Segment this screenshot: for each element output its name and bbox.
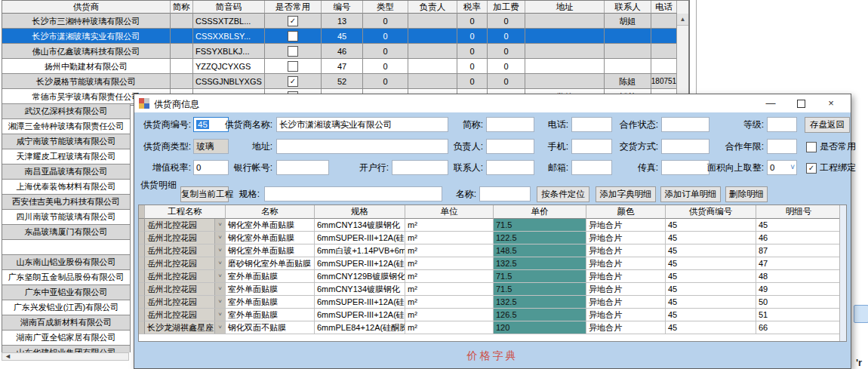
cell-project[interactable]: 岳州北控花园˅ [145, 296, 226, 309]
table-row[interactable]: 长沙市三湘特种玻璃有限公司CSSSXTZBL...✓13000胡姐 [2, 14, 688, 29]
detail-row[interactable]: 岳州北控花园˅室外单面贴膜6mmSUPER-III+12A(硅...m²126.… [139, 309, 846, 321]
column-header[interactable]: 颜色 [586, 205, 666, 219]
detail-row[interactable]: 岳州北控花园˅钢化室外单面贴膜6mmSUPER-III+12A(硅...m²12… [139, 232, 846, 244]
column-header[interactable]: 类型 [363, 1, 408, 14]
column-header[interactable]: 税率 [457, 1, 488, 14]
detail-row[interactable]: 岳州北控花园˅室外单面贴膜6mmCNY129B镀膜钢化m²71.5异地合片454… [139, 270, 846, 283]
list-item[interactable]: 山东南山铝业股份有限公司 [2, 255, 130, 270]
list-item[interactable]: 四川南玻节能玻璃有限公司 [2, 210, 130, 225]
checkbox-icon[interactable] [288, 61, 298, 72]
list-item[interactable]: 咸宁南玻节能玻璃有限公司 [2, 134, 130, 149]
column-header[interactable]: 工程名称 [145, 205, 226, 219]
detail-row[interactable]: 岳州北控花园˅钢化室外单面贴膜6mm白玻+1.14PVB+6mm...m²148… [139, 244, 846, 257]
column-header[interactable]: 地址 [525, 1, 605, 14]
coop-years-input[interactable] [767, 139, 797, 154]
column-header[interactable]: 单位 [405, 205, 494, 219]
supplier-table-vscrollbar[interactable]: ▲ [676, 14, 688, 105]
close-button[interactable]: × [817, 94, 845, 112]
column-header[interactable]: 简称 [171, 1, 193, 14]
checkbox-icon[interactable] [288, 31, 298, 42]
phone-input[interactable] [571, 117, 612, 132]
chevron-down-icon[interactable]: ˅ [214, 219, 225, 231]
row-header[interactable] [139, 219, 145, 232]
row-header[interactable] [139, 244, 145, 257]
locate-by-condition-button[interactable]: 按条件定位 [537, 186, 589, 202]
cell-project[interactable]: 岳州北控花园˅ [145, 232, 226, 244]
detail-row[interactable]: 岳州北控花园˅室外单面贴膜6mmCNY134镀膜钢化m²71.5异地合片4549 [139, 283, 846, 296]
column-header[interactable]: 明细号 [756, 205, 842, 219]
mobile-input[interactable] [571, 139, 612, 154]
add-dict-detail-button[interactable]: 添加字典明细 [596, 186, 656, 202]
contact-input[interactable] [486, 160, 534, 175]
list-item[interactable]: 天津耀皮工程玻璃有限公司 [2, 149, 130, 165]
column-header[interactable]: 单价 [494, 205, 586, 219]
dialog-titlebar[interactable]: 供货商信息 — × [134, 94, 851, 113]
column-header[interactable]: 供货商 [2, 1, 171, 14]
checkbox-icon[interactable]: ✓ [288, 16, 298, 26]
cell-project[interactable]: 岳州北控花园˅ [145, 219, 226, 232]
area-round-up-combobox[interactable]: 0˅ [767, 160, 797, 175]
cell-project[interactable]: 岳州北控花园˅ [145, 283, 226, 296]
row-header[interactable] [139, 321, 145, 334]
list-item[interactable]: 东晶玻璃厦门有限公司 [2, 225, 130, 240]
list-item[interactable]: 上海优泰装饰材料有限公司 [2, 180, 130, 195]
cell-project[interactable]: 岳州北控花园˅ [145, 257, 226, 270]
chevron-down-icon[interactable]: ˅ [214, 232, 225, 244]
chevron-down-icon[interactable]: ˅ [214, 257, 225, 269]
list-item[interactable]: 湖南百成新材料有限公司 [2, 315, 130, 331]
row-header[interactable] [139, 257, 145, 270]
chevron-down-icon[interactable]: ˅ [790, 161, 795, 174]
add-order-detail-button[interactable]: 添加订单明细 [660, 186, 721, 202]
list-item[interactable]: 广东兴发铝业(江西)有限公司 [2, 300, 130, 315]
row-header[interactable] [139, 283, 145, 296]
grade-input[interactable] [767, 117, 797, 132]
save-return-button[interactable]: 存盘返回 [805, 117, 850, 133]
right-scrollbar-thumb[interactable] [854, 305, 868, 323]
row-header[interactable] [139, 296, 145, 309]
cell-project[interactable]: 岳州北控花园˅ [145, 244, 226, 257]
bank-account-input[interactable] [276, 160, 329, 175]
maximize-button[interactable] [787, 94, 814, 112]
minimize-button[interactable]: — [757, 94, 784, 112]
list-item[interactable] [2, 240, 130, 255]
supplier-name-input[interactable]: 长沙市潇湘玻璃实业有限公司 [276, 117, 448, 132]
delivery-mode-input[interactable] [661, 139, 709, 154]
column-header[interactable]: 电话 [651, 1, 677, 14]
chevron-down-icon[interactable]: ˅ [214, 309, 225, 321]
table-row[interactable]: 长沙晟格节能玻璃有限公司CSSGJNBLYXGS✓52000陈姐180751 [2, 74, 688, 89]
column-header[interactable]: 简音码 [193, 1, 265, 14]
name-filter-input[interactable] [479, 186, 531, 201]
column-header[interactable]: 是否常用 [265, 1, 322, 14]
coop-status-input[interactable] [661, 117, 709, 132]
column-header[interactable]: 负责人 [408, 1, 457, 14]
chevron-down-icon[interactable]: ˅ [214, 270, 225, 282]
list-item[interactable]: 湖南广亚全铝家居有限公司 [2, 331, 130, 346]
detail-row[interactable]: 长沙龙湖祺鑫星座˅钢化双面不贴膜6mmPLE84+12A(硅酮胶...m²120… [139, 321, 846, 334]
address-input[interactable] [276, 139, 448, 154]
is-common-checkbox[interactable]: 是否常用 [806, 141, 856, 152]
copy-current-project-button[interactable]: 复制当前工程 [180, 186, 229, 202]
column-header[interactable]: 规格 [315, 205, 405, 219]
list-item[interactable]: 湘潭三金特种玻璃有限责任公司 [2, 119, 130, 134]
list-item[interactable]: 广东坚朗五金制品股份有限公司 [2, 270, 130, 285]
delete-detail-button[interactable]: 删除明细 [725, 186, 768, 202]
table-row[interactable]: 扬州中勤建材有限公司YZZQJCYXGS47000 [2, 59, 688, 74]
spec-filter-input[interactable] [264, 186, 442, 201]
scroll-left-icon[interactable]: ◄ [2, 353, 11, 360]
resp-person-input[interactable] [486, 139, 534, 154]
chevron-down-icon[interactable]: ˅ [214, 283, 225, 295]
list-item[interactable]: 西安佳吉美电力科技有限公司 [2, 195, 130, 210]
table-row[interactable]: 佛山市亿鑫玻璃科技有限公司FSSYXBLKJ...46000 [2, 44, 688, 59]
column-header[interactable]: 名称 [226, 205, 315, 219]
chevron-down-icon[interactable]: ˅ [214, 244, 225, 257]
short-name-input[interactable] [486, 117, 534, 132]
list-item[interactable]: 南昌亚晶玻璃有限公司 [2, 165, 130, 180]
email-input[interactable] [571, 160, 612, 175]
checkbox-icon[interactable] [288, 46, 298, 57]
cell-project[interactable]: 长沙龙湖祺鑫星座˅ [145, 321, 226, 334]
detail-row[interactable]: 岳州北控花园˅室外单面贴膜6mmSUPER-III+12A(硅...m²132.… [139, 296, 846, 309]
chevron-down-icon[interactable]: ˅ [214, 296, 225, 308]
project-bind-checkbox[interactable]: ✓工程绑定 [806, 162, 856, 174]
list-item[interactable]: 武汉亿深科技有限公司 [2, 104, 130, 119]
table-row[interactable]: 长沙市潇湘玻璃实业有限公司CSSXXBLSY...45000 [2, 29, 688, 44]
